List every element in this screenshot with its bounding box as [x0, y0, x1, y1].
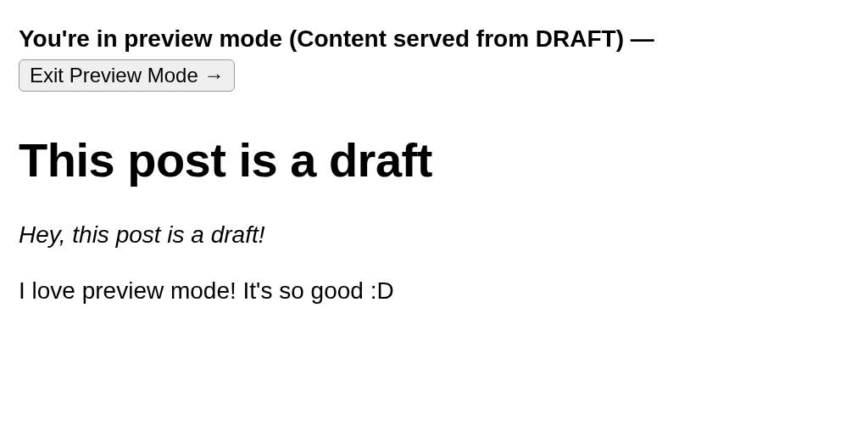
post-intro: Hey, this post is a draft! [19, 221, 849, 249]
preview-mode-banner: You're in preview mode (Content served f… [19, 24, 849, 92]
preview-mode-message: You're in preview mode (Content served f… [19, 24, 849, 54]
post-title: This post is a draft [19, 132, 849, 188]
post-body: I love preview mode! It's so good :D [19, 277, 849, 305]
exit-preview-button[interactable]: Exit Preview Mode → [19, 59, 235, 92]
